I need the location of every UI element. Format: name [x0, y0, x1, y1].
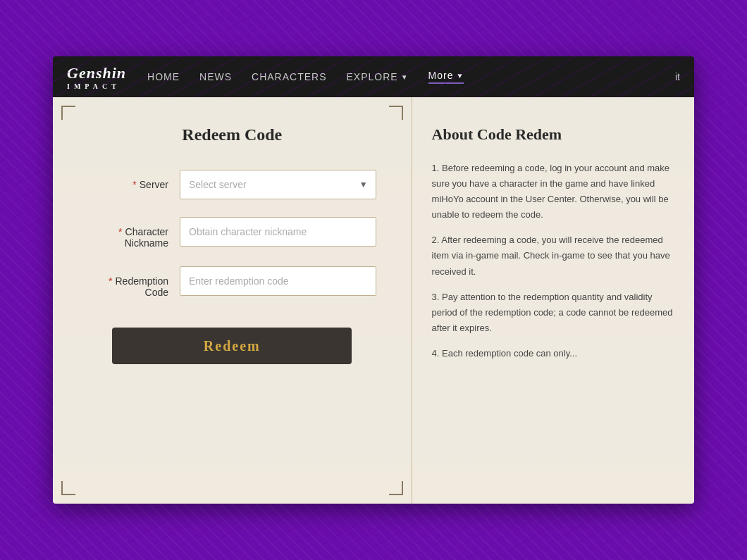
code-required-star: *	[109, 275, 112, 287]
nav-link-news[interactable]: NEWS	[199, 71, 232, 82]
nav-link-characters[interactable]: CHARACTERS	[252, 71, 326, 82]
server-select-wrapper: Select server America Europe Asia SAR ▼	[180, 170, 376, 199]
nickname-required-star: *	[118, 226, 122, 237]
character-nickname-input[interactable]	[180, 217, 376, 247]
server-row: *Server Select server America Europe Asi…	[88, 170, 376, 199]
navbar: Genshin IMPACT HOME NEWS CHARACTERS EXPL…	[53, 56, 694, 97]
about-instruction-2: 2. After redeeming a code, you will rece…	[432, 232, 674, 279]
character-nickname-row: *Character Nickname	[88, 215, 376, 249]
logo-top: Genshin	[67, 64, 126, 82]
about-instruction-1: 1. Before redeeming a code, log in your …	[432, 161, 674, 223]
more-chevron-icon: ▼	[456, 72, 464, 80]
nav-link-explore[interactable]: EXPLORE ▼	[347, 71, 409, 82]
redeem-title: Redeem Code	[182, 125, 282, 144]
main-content: Redeem Code *Server Select server Americ…	[53, 97, 694, 504]
logo-bottom: IMPACT	[67, 82, 121, 90]
browser-window: Genshin IMPACT HOME NEWS CHARACTERS EXPL…	[53, 56, 694, 504]
nav-link-more[interactable]: More ▼	[428, 70, 464, 84]
corner-tl-decoration	[61, 106, 75, 120]
nav-link-home[interactable]: HOME	[147, 71, 180, 82]
logo[interactable]: Genshin IMPACT	[67, 64, 126, 90]
server-select[interactable]: Select server America Europe Asia SAR	[180, 170, 376, 199]
corner-br-decoration	[389, 481, 403, 495]
corner-bl-decoration	[61, 481, 75, 495]
server-label: *Server	[88, 179, 180, 190]
corner-tr-decoration	[389, 106, 403, 120]
explore-chevron-icon: ▼	[401, 73, 409, 81]
content-overlay: Redeem Code *Server Select server Americ…	[53, 97, 694, 504]
redeem-button[interactable]: Redeem	[112, 328, 352, 364]
about-instruction-4: 4. Each redemption code can only...	[432, 346, 674, 361]
redemption-code-row: *Redemption Code	[88, 264, 376, 298]
server-required-star: *	[132, 179, 136, 190]
about-title: About Code Redem	[432, 125, 674, 144]
about-instruction-3: 3. Pay attention to the redemption quant…	[432, 290, 674, 336]
redeem-panel: Redeem Code *Server Select server Americ…	[53, 97, 412, 504]
about-text: 1. Before redeeming a code, log in your …	[432, 161, 674, 361]
about-panel: About Code Redem 1. Before redeeming a c…	[412, 97, 694, 504]
character-nickname-label: *Character Nickname	[88, 215, 180, 249]
nav-links: HOME NEWS CHARACTERS EXPLORE ▼ More ▼	[147, 70, 654, 84]
redemption-code-input[interactable]	[180, 266, 376, 296]
redemption-code-label: *Redemption Code	[88, 264, 180, 298]
nav-right: it	[675, 71, 680, 82]
